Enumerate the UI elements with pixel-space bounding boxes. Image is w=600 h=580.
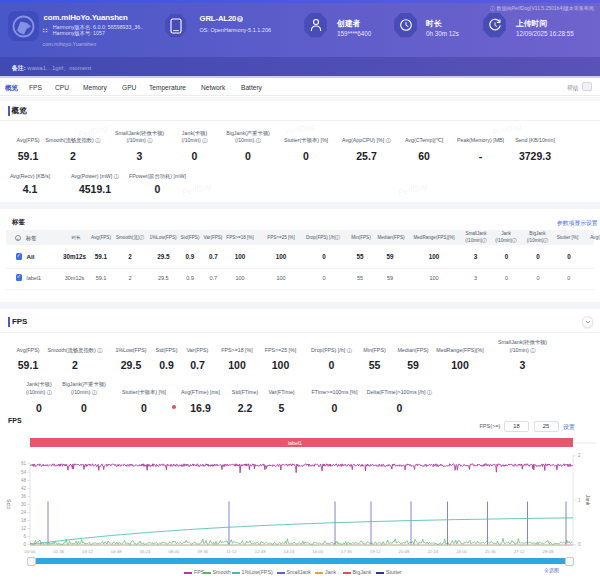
svg-text:03:12: 03:12 — [82, 549, 93, 554]
svg-text:08:00: 08:00 — [168, 549, 179, 554]
svg-text:0: 0 — [578, 542, 581, 547]
svg-text:42: 42 — [21, 486, 27, 491]
svg-text:36: 36 — [21, 494, 27, 499]
svg-text:54: 54 — [21, 470, 27, 475]
svg-text:6: 6 — [23, 534, 26, 539]
svg-text:24:00: 24:00 — [456, 549, 467, 554]
svg-text:06:24: 06:24 — [140, 549, 151, 554]
svg-text:20:48: 20:48 — [399, 549, 410, 554]
svg-text:09:36: 09:36 — [197, 549, 208, 554]
svg-text:00:00: 00:00 — [25, 549, 36, 554]
svg-text:14:24: 14:24 — [284, 549, 295, 554]
svg-text:27:12: 27:12 — [514, 549, 525, 554]
svg-text:0: 0 — [23, 542, 26, 547]
svg-text:12:48: 12:48 — [255, 549, 266, 554]
svg-text:2: 2 — [578, 453, 581, 458]
svg-text:19:12: 19:12 — [370, 549, 381, 554]
svg-text:24: 24 — [21, 510, 27, 515]
svg-text:17:36: 17:36 — [341, 549, 352, 554]
svg-text:28:48: 28:48 — [543, 549, 554, 554]
svg-text:01:36: 01:36 — [53, 549, 64, 554]
svg-text:48: 48 — [21, 478, 27, 483]
svg-text:12: 12 — [21, 526, 27, 531]
svg-text:18: 18 — [21, 518, 27, 523]
svg-text:61: 61 — [21, 461, 27, 466]
svg-text:25:36: 25:36 — [485, 549, 496, 554]
svg-text:22:24: 22:24 — [427, 549, 438, 554]
svg-text:FPS: FPS — [6, 498, 12, 508]
svg-text:Jank: Jank — [585, 495, 591, 506]
svg-text:11:12: 11:12 — [226, 549, 237, 554]
svg-text:16:00: 16:00 — [312, 549, 323, 554]
svg-text:30: 30 — [21, 502, 27, 507]
svg-text:04:48: 04:48 — [111, 549, 122, 554]
svg-text:1: 1 — [578, 498, 581, 503]
